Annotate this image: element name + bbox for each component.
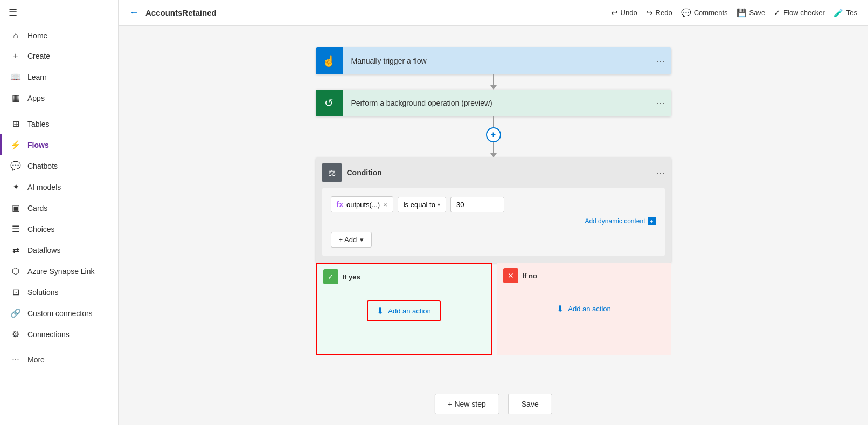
apps-icon: ▦ bbox=[10, 93, 21, 103]
trigger-label: Manually trigger a flow bbox=[343, 57, 650, 65]
branch-no-label: If no bbox=[523, 272, 537, 280]
main-area: ← AccountsRetained ↩ Undo ↪ Redo 💬 Comme… bbox=[119, 0, 868, 425]
expression-tag[interactable]: fx outputs(...) × bbox=[331, 196, 393, 212]
home-icon: ⌂ bbox=[10, 31, 21, 40]
sidebar-item-dataflows[interactable]: ⇄ Dataflows bbox=[0, 239, 118, 261]
dynamic-content-link[interactable]: Add dynamic content + bbox=[585, 217, 656, 225]
chatbots-icon: 💬 bbox=[10, 161, 21, 171]
expression-close[interactable]: × bbox=[383, 201, 387, 209]
sidebar-divider-2 bbox=[0, 347, 118, 347]
undo-button[interactable]: ↩ Undo bbox=[611, 8, 637, 18]
sidebar-item-more[interactable]: ··· More bbox=[0, 349, 118, 370]
sidebar-item-label: Create bbox=[27, 52, 50, 60]
bg-icon: ↺ bbox=[316, 90, 343, 116]
branch-yes-label: If yes bbox=[343, 273, 360, 281]
test-label: Tes bbox=[846, 9, 857, 17]
save-icon: 💾 bbox=[737, 8, 747, 18]
branch-no-body: ⬇ Add an action bbox=[497, 289, 671, 353]
branch-yes: ✓ If yes ⬇ Add an action bbox=[316, 263, 492, 355]
sidebar-item-cards[interactable]: ▣ Cards bbox=[0, 197, 118, 218]
bg-label: Perform a background operation (preview) bbox=[343, 99, 650, 107]
sidebar-item-tables[interactable]: ⊞ Tables bbox=[0, 113, 118, 134]
sidebar: ☰ ⌂ Home + Create 📖 Learn ▦ Apps ⊞ Table… bbox=[0, 0, 119, 425]
bg-menu[interactable]: ··· bbox=[650, 98, 671, 109]
bottom-bar: + New step Save bbox=[434, 394, 552, 414]
condition-icon: ⚖ bbox=[322, 163, 342, 182]
save-button-top[interactable]: 💾 Save bbox=[737, 8, 766, 18]
flow-container: ☝ Manually trigger a flow ··· ↺ Perform … bbox=[251, 47, 736, 355]
trigger-menu[interactable]: ··· bbox=[650, 56, 671, 67]
connector-line-3 bbox=[493, 142, 494, 153]
dynamic-content-label: Add dynamic content bbox=[585, 217, 645, 225]
cards-icon: ▣ bbox=[10, 203, 21, 213]
operator-select[interactable]: is equal to ▾ bbox=[398, 197, 446, 212]
sidebar-item-chatbots[interactable]: 💬 Chatbots bbox=[0, 155, 118, 176]
sidebar-item-azure-synapse-link[interactable]: ⬡ Azure Synapse Link bbox=[0, 261, 118, 282]
trigger-icon: ☝ bbox=[316, 47, 343, 74]
x-icon: ✕ bbox=[503, 268, 518, 283]
redo-button[interactable]: ↪ Redo bbox=[646, 8, 672, 18]
connector-line-2 bbox=[493, 116, 494, 127]
trigger-node[interactable]: ☝ Manually trigger a flow ··· bbox=[316, 47, 671, 74]
sidebar-item-label: Tables bbox=[27, 120, 49, 128]
hamburger-icon[interactable]: ☰ bbox=[9, 6, 17, 18]
sidebar-item-learn[interactable]: 📖 Learn bbox=[0, 66, 118, 87]
more-icon: ··· bbox=[10, 355, 21, 365]
add-action-no-label: Add an action bbox=[568, 305, 611, 313]
sidebar-item-home[interactable]: ⌂ Home bbox=[0, 25, 118, 46]
sidebar-item-label: More bbox=[27, 355, 45, 364]
sidebar-item-custom-connectors[interactable]: 🔗 Custom connectors bbox=[0, 303, 118, 324]
sidebar-item-connections[interactable]: ⚙ Connections bbox=[0, 324, 118, 345]
condition-block: ⚖ Condition ··· fx outputs(...) × is equ… bbox=[316, 157, 671, 263]
add-between-button[interactable]: + bbox=[486, 127, 501, 142]
branches-container: ✓ If yes ⬇ Add an action ✕ If no bbox=[316, 263, 671, 355]
sidebar-item-choices[interactable]: ☰ Choices bbox=[0, 218, 118, 239]
back-button[interactable]: ← bbox=[129, 7, 139, 18]
sidebar-item-flows[interactable]: ⚡ Flows bbox=[0, 134, 118, 155]
sidebar-item-apps[interactable]: ▦ Apps bbox=[0, 87, 118, 108]
value-input[interactable] bbox=[450, 197, 504, 212]
sidebar-item-ai-models[interactable]: ✦ AI models bbox=[0, 176, 118, 197]
condition-menu[interactable]: ··· bbox=[656, 167, 664, 179]
sidebar-item-solutions[interactable]: ⊡ Solutions bbox=[0, 282, 118, 303]
condition-header: ⚖ Condition ··· bbox=[316, 157, 671, 188]
sidebar-divider bbox=[0, 111, 118, 111]
azure-icon: ⬡ bbox=[10, 266, 21, 276]
sidebar-item-label: Choices bbox=[27, 225, 55, 234]
sidebar-item-label: Cards bbox=[27, 204, 47, 212]
test-button[interactable]: 🧪 Tes bbox=[834, 8, 857, 18]
undo-icon: ↩ bbox=[611, 8, 618, 18]
flow-checker-button[interactable]: ✓ Flow checker bbox=[774, 8, 825, 18]
comments-icon: 💬 bbox=[681, 8, 691, 18]
sidebar-item-label: Connections bbox=[27, 330, 70, 339]
condition-title: Condition bbox=[347, 168, 651, 177]
save-label: Save bbox=[749, 9, 766, 17]
tables-icon: ⊞ bbox=[10, 119, 21, 129]
plus-icon: + bbox=[10, 51, 21, 61]
save-button-bottom[interactable]: Save bbox=[508, 394, 552, 414]
comments-button[interactable]: 💬 Comments bbox=[681, 8, 728, 18]
sidebar-item-label: Chatbots bbox=[27, 162, 58, 170]
add-action-no-button[interactable]: ⬇ Add an action bbox=[548, 299, 620, 318]
add-action-yes-button[interactable]: ⬇ Add an action bbox=[367, 300, 441, 321]
add-label: + Add bbox=[339, 236, 357, 244]
condition-body: fx outputs(...) × is equal to ▾ Add dyna… bbox=[322, 188, 665, 256]
sidebar-header: ☰ bbox=[0, 0, 118, 25]
new-step-button[interactable]: + New step bbox=[434, 394, 499, 414]
connector-1 bbox=[490, 74, 497, 90]
redo-icon: ↪ bbox=[646, 8, 653, 18]
topbar-actions: ↩ Undo ↪ Redo 💬 Comments 💾 Save ✓ Flow c… bbox=[611, 8, 857, 18]
add-condition-button[interactable]: + Add ▾ bbox=[331, 232, 372, 248]
sidebar-item-label: Flows bbox=[27, 141, 49, 149]
background-node[interactable]: ↺ Perform a background operation (previe… bbox=[316, 90, 671, 116]
fx-icon: fx bbox=[337, 200, 343, 209]
sidebar-item-create[interactable]: + Create bbox=[0, 46, 118, 66]
connector-arrow-2 bbox=[490, 153, 497, 157]
connections-icon: ⚙ bbox=[10, 329, 21, 339]
flow-canvas: ☝ Manually trigger a flow ··· ↺ Perform … bbox=[119, 26, 868, 425]
ai-models-icon: ✦ bbox=[10, 182, 21, 192]
topbar: ← AccountsRetained ↩ Undo ↪ Redo 💬 Comme… bbox=[119, 0, 868, 26]
expression-label: outputs(...) bbox=[346, 201, 380, 209]
flow-checker-label: Flow checker bbox=[783, 9, 825, 17]
custom-connectors-icon: 🔗 bbox=[10, 308, 21, 318]
